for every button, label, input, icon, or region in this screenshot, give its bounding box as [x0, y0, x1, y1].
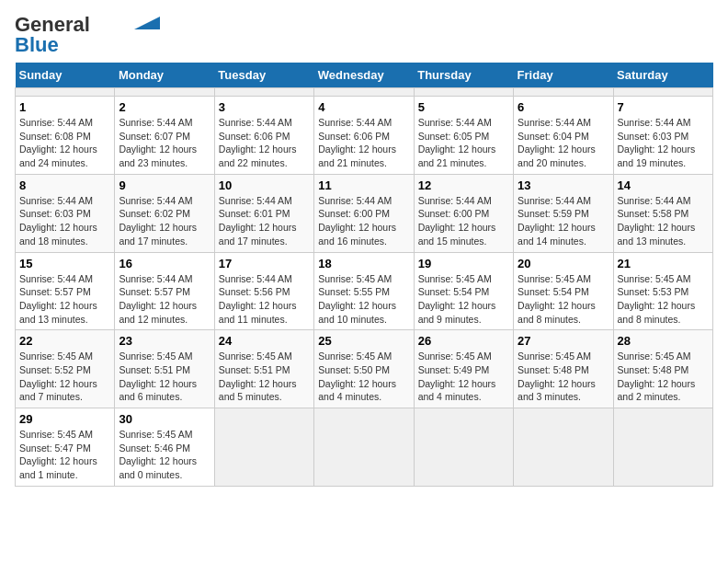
day-info: Sunrise: 5:44 AM Sunset: 5:57 PM Dayligh… — [119, 273, 197, 325]
day-number: 1 — [19, 100, 110, 114]
calendar-cell: 6Sunrise: 5:44 AM Sunset: 6:04 PM Daylig… — [514, 97, 613, 175]
calendar-cell — [314, 408, 414, 487]
calendar-cell — [514, 88, 613, 97]
calendar-cell: 12Sunrise: 5:44 AM Sunset: 6:00 PM Dayli… — [414, 174, 513, 252]
day-number: 30 — [119, 412, 210, 426]
calendar-cell — [16, 88, 115, 97]
calendar-cell: 5Sunrise: 5:44 AM Sunset: 6:05 PM Daylig… — [414, 97, 513, 175]
day-number: 29 — [19, 412, 110, 426]
calendar-cell — [613, 88, 712, 97]
day-info: Sunrise: 5:44 AM Sunset: 6:05 PM Dayligh… — [418, 117, 496, 168]
calendar-cell: 26Sunrise: 5:45 AM Sunset: 5:49 PM Dayli… — [414, 330, 513, 408]
day-info: Sunrise: 5:44 AM Sunset: 6:02 PM Dayligh… — [119, 195, 197, 247]
day-info: Sunrise: 5:44 AM Sunset: 5:59 PM Dayligh… — [518, 195, 596, 247]
day-number: 15 — [19, 257, 110, 270]
day-info: Sunrise: 5:45 AM Sunset: 5:46 PM Dayligh… — [119, 429, 197, 480]
calendar-cell: 21Sunrise: 5:45 AM Sunset: 5:53 PM Dayli… — [613, 252, 712, 330]
day-number: 27 — [518, 334, 609, 348]
day-info: Sunrise: 5:45 AM Sunset: 5:51 PM Dayligh… — [119, 350, 197, 402]
calendar-cell: 16Sunrise: 5:44 AM Sunset: 5:57 PM Dayli… — [115, 252, 214, 330]
logo-text: General — [15, 15, 90, 35]
calendar-cell: 20Sunrise: 5:45 AM Sunset: 5:54 PM Dayli… — [514, 252, 613, 330]
calendar-cell: 15Sunrise: 5:44 AM Sunset: 5:57 PM Dayli… — [16, 252, 115, 330]
day-number: 11 — [318, 178, 409, 192]
day-number: 3 — [219, 100, 310, 114]
day-info: Sunrise: 5:44 AM Sunset: 6:00 PM Dayligh… — [418, 195, 496, 247]
day-number: 19 — [418, 257, 509, 270]
calendar-cell: 13Sunrise: 5:44 AM Sunset: 5:59 PM Dayli… — [514, 174, 613, 252]
calendar-cell: 25Sunrise: 5:45 AM Sunset: 5:50 PM Dayli… — [314, 330, 414, 408]
day-info: Sunrise: 5:45 AM Sunset: 5:51 PM Dayligh… — [219, 350, 297, 402]
day-number: 12 — [418, 178, 509, 192]
calendar-cell — [214, 408, 313, 487]
calendar-cell: 2Sunrise: 5:44 AM Sunset: 6:07 PM Daylig… — [115, 97, 214, 175]
day-of-week-header: Tuesday — [214, 63, 313, 88]
day-info: Sunrise: 5:44 AM Sunset: 6:08 PM Dayligh… — [19, 117, 97, 168]
calendar-week-row: 1Sunrise: 5:44 AM Sunset: 6:08 PM Daylig… — [16, 97, 713, 175]
calendar-cell: 22Sunrise: 5:45 AM Sunset: 5:52 PM Dayli… — [16, 330, 115, 408]
calendar-cell: 17Sunrise: 5:44 AM Sunset: 5:56 PM Dayli… — [214, 252, 313, 330]
day-info: Sunrise: 5:45 AM Sunset: 5:48 PM Dayligh… — [618, 350, 696, 402]
day-info: Sunrise: 5:44 AM Sunset: 5:57 PM Dayligh… — [19, 273, 97, 325]
day-number: 2 — [119, 100, 210, 114]
calendar-cell — [514, 408, 613, 487]
calendar-cell: 19Sunrise: 5:45 AM Sunset: 5:54 PM Dayli… — [414, 252, 513, 330]
logo-blue: Blue — [15, 35, 59, 55]
calendar-cell: 24Sunrise: 5:45 AM Sunset: 5:51 PM Dayli… — [214, 330, 313, 408]
calendar-week-row — [16, 88, 713, 97]
calendar-cell — [214, 88, 313, 97]
day-number: 26 — [418, 334, 509, 348]
calendar-cell: 10Sunrise: 5:44 AM Sunset: 6:01 PM Dayli… — [214, 174, 313, 252]
calendar-cell: 11Sunrise: 5:44 AM Sunset: 6:00 PM Dayli… — [314, 174, 414, 252]
calendar-cell — [314, 88, 414, 97]
day-number: 7 — [618, 100, 709, 114]
day-info: Sunrise: 5:44 AM Sunset: 6:00 PM Dayligh… — [318, 195, 396, 247]
day-info: Sunrise: 5:44 AM Sunset: 6:03 PM Dayligh… — [618, 117, 696, 168]
calendar-cell: 1Sunrise: 5:44 AM Sunset: 6:08 PM Daylig… — [16, 97, 115, 175]
day-info: Sunrise: 5:44 AM Sunset: 5:58 PM Dayligh… — [618, 195, 696, 247]
day-info: Sunrise: 5:45 AM Sunset: 5:54 PM Dayligh… — [418, 273, 496, 325]
day-of-week-header: Sunday — [16, 63, 115, 88]
day-of-week-header: Monday — [115, 63, 214, 88]
day-number: 14 — [618, 178, 709, 192]
calendar-cell: 18Sunrise: 5:45 AM Sunset: 5:55 PM Dayli… — [314, 252, 414, 330]
day-number: 28 — [618, 334, 709, 348]
day-info: Sunrise: 5:44 AM Sunset: 5:56 PM Dayligh… — [219, 273, 297, 325]
calendar-header-row: SundayMondayTuesdayWednesdayThursdayFrid… — [16, 63, 713, 88]
day-number: 20 — [518, 257, 609, 270]
day-info: Sunrise: 5:44 AM Sunset: 6:03 PM Dayligh… — [19, 195, 97, 247]
calendar-week-row: 22Sunrise: 5:45 AM Sunset: 5:52 PM Dayli… — [16, 330, 713, 408]
calendar-cell: 8Sunrise: 5:44 AM Sunset: 6:03 PM Daylig… — [16, 174, 115, 252]
day-number: 9 — [119, 178, 210, 192]
calendar-cell: 9Sunrise: 5:44 AM Sunset: 6:02 PM Daylig… — [115, 174, 214, 252]
day-number: 10 — [219, 178, 310, 192]
day-number: 18 — [318, 257, 409, 270]
day-info: Sunrise: 5:45 AM Sunset: 5:52 PM Dayligh… — [19, 350, 97, 402]
day-info: Sunrise: 5:44 AM Sunset: 6:07 PM Dayligh… — [119, 117, 197, 168]
day-info: Sunrise: 5:44 AM Sunset: 6:06 PM Dayligh… — [219, 117, 297, 168]
logo-icon — [134, 17, 160, 29]
day-info: Sunrise: 5:44 AM Sunset: 6:04 PM Dayligh… — [518, 117, 596, 168]
calendar-cell: 7Sunrise: 5:44 AM Sunset: 6:03 PM Daylig… — [613, 97, 712, 175]
calendar-cell: 23Sunrise: 5:45 AM Sunset: 5:51 PM Dayli… — [115, 330, 214, 408]
day-info: Sunrise: 5:45 AM Sunset: 5:48 PM Dayligh… — [518, 350, 596, 402]
day-info: Sunrise: 5:45 AM Sunset: 5:54 PM Dayligh… — [518, 273, 596, 325]
logo: General Blue — [15, 15, 160, 55]
calendar-cell — [115, 88, 214, 97]
day-number: 8 — [19, 178, 110, 192]
day-info: Sunrise: 5:44 AM Sunset: 6:01 PM Dayligh… — [219, 195, 297, 247]
day-info: Sunrise: 5:45 AM Sunset: 5:53 PM Dayligh… — [618, 273, 696, 325]
day-of-week-header: Thursday — [414, 63, 513, 88]
calendar-cell — [414, 408, 513, 487]
calendar-cell — [613, 408, 712, 487]
calendar-cell: 14Sunrise: 5:44 AM Sunset: 5:58 PM Dayli… — [613, 174, 712, 252]
day-number: 22 — [19, 334, 110, 348]
day-of-week-header: Wednesday — [314, 63, 414, 88]
calendar-week-row: 29Sunrise: 5:45 AM Sunset: 5:47 PM Dayli… — [16, 408, 713, 487]
svg-marker-0 — [134, 17, 160, 29]
day-number: 4 — [318, 100, 409, 114]
day-of-week-header: Saturday — [613, 63, 712, 88]
day-number: 24 — [219, 334, 310, 348]
calendar-cell: 28Sunrise: 5:45 AM Sunset: 5:48 PM Dayli… — [613, 330, 712, 408]
calendar-cell: 29Sunrise: 5:45 AM Sunset: 5:47 PM Dayli… — [16, 408, 115, 487]
